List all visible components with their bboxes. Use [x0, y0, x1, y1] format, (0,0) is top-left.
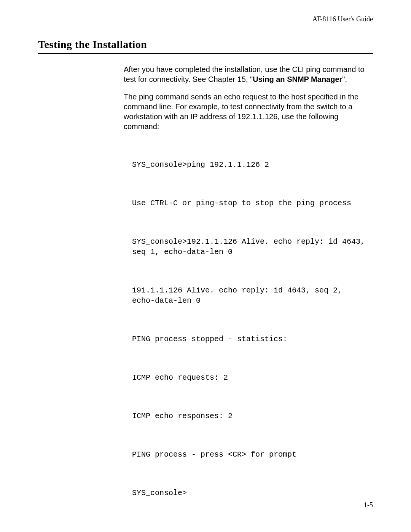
section1-para2: The ping command sends an echo request t…: [124, 92, 369, 131]
code-line-4: 191.1.1.126 Alive. echo reply: id 4643, …: [132, 285, 369, 306]
code-line-7: ICMP echo responses: 2: [132, 411, 369, 421]
code-line-5: PING process stopped - statistics:: [132, 334, 369, 344]
section1-para1-bold: Using an SNMP Manager: [253, 75, 342, 83]
section-title-testing: Testing the Installation: [38, 38, 373, 51]
code-line-3: SYS_console>192.1.1.126 Alive. echo repl…: [132, 236, 369, 257]
code-line-1: SYS_console>ping 192.1.1.126 2: [132, 160, 369, 170]
section1-para1: After you have completed the installatio…: [124, 64, 369, 84]
section1-para1-b: ".: [342, 75, 347, 83]
section1-body: After you have completed the installatio…: [124, 64, 369, 526]
code-block: SYS_console>ping 192.1.1.126 2 Use CTRL-…: [132, 139, 369, 526]
page-number: 1-5: [364, 501, 373, 509]
code-line-9: SYS_console>: [132, 488, 369, 498]
code-line-6: ICMP echo requests: 2: [132, 372, 369, 383]
section-title-accessing: Accessing the Command Line Interface Rem…: [38, 530, 373, 532]
section-rule: [38, 53, 373, 54]
code-line-8: PING process - press <CR> for prompt: [132, 449, 369, 460]
header-guide-name: AT-8116 User's Guide: [38, 15, 373, 23]
page: AT-8116 User's Guide Testing the Install…: [0, 0, 411, 532]
code-line-2: Use CTRL-C or ping-stop to stop the ping…: [132, 198, 369, 208]
